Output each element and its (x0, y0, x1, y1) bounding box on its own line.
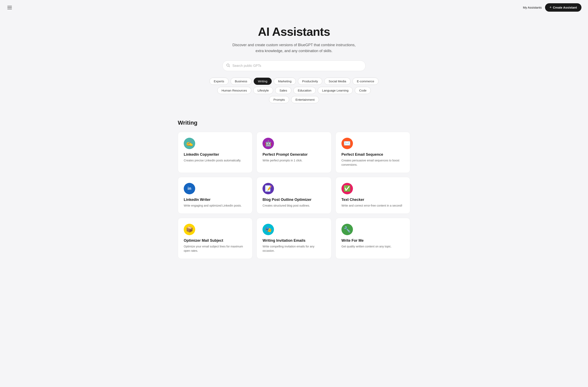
hero-section: AI Assistants Discover and create custom… (0, 15, 588, 119)
category-pill-education[interactable]: Education (294, 87, 316, 94)
card-perfect-email-sequence[interactable]: ✉️Perfect Email SequenceCreates persuasi… (336, 132, 410, 173)
svg-line-1 (229, 66, 230, 67)
card-title-text-checker: Text Checker (341, 198, 404, 202)
navbar-right: My Assistants + Create Assistant (523, 3, 582, 12)
card-icon-writing-invitation-emails: 🎭 (262, 224, 274, 235)
card-writing-invitation-emails[interactable]: 🎭Writing Invitation EmailsWrite compelli… (256, 218, 331, 259)
create-assistant-label: Create Assistant (553, 6, 577, 9)
category-pill-entertainment[interactable]: Entertainment (291, 96, 319, 103)
card-linkedin-copywriter[interactable]: ✍️LinkedIn CopywriterCreates precise Lin… (178, 132, 252, 173)
card-icon-perfect-email-sequence: ✉️ (341, 138, 353, 149)
categories-container: ExpertsBusinessWritingMarketingProductiv… (202, 78, 386, 103)
menu-icon[interactable] (6, 5, 13, 10)
category-pill-experts[interactable]: Experts (210, 78, 229, 85)
card-write-for-me[interactable]: 🔧Write For MeGet quality written content… (336, 218, 410, 259)
card-icon-text-checker: ✅ (341, 183, 353, 194)
hero-subtitle: Discover and create custom versions of B… (231, 42, 357, 54)
card-icon-blog-post-outline-optimizer: 📝 (262, 183, 274, 194)
card-optimizer-mail-subject[interactable]: 📦Optimizer Mail SubjectOptimize your ema… (178, 218, 252, 259)
card-perfect-prompt-generator[interactable]: 🤖Perfect Prompt GeneratorWrite perfect p… (256, 132, 331, 173)
card-title-linkedin-writer: LinkedIn Writer (184, 198, 247, 202)
card-desc-perfect-email-sequence: Creates persuasive email sequences to bo… (341, 158, 404, 167)
category-pill-language-learning[interactable]: Language Learning (318, 87, 353, 94)
category-pill-lifestyle[interactable]: Lifestyle (253, 87, 273, 94)
category-pill-social-media[interactable]: Social Media (324, 78, 351, 85)
card-desc-linkedin-writer: Write engaging and optimized LinkedIn po… (184, 204, 247, 208)
card-title-perfect-prompt-generator: Perfect Prompt Generator (262, 153, 325, 157)
card-title-perfect-email-sequence: Perfect Email Sequence (341, 153, 404, 157)
card-icon-linkedin-writer: in (184, 183, 195, 194)
category-pill-e-commerce[interactable]: E-commerce (353, 78, 378, 85)
card-linkedin-writer[interactable]: inLinkedIn WriterWrite engaging and opti… (178, 177, 252, 214)
search-input[interactable] (222, 60, 366, 71)
category-pill-prompts[interactable]: Prompts (269, 96, 289, 103)
card-desc-write-for-me: Get quality written content on any topic… (341, 244, 404, 249)
card-desc-text-checker: Write and correct error-free content in … (341, 204, 404, 208)
category-pill-code[interactable]: Code (355, 87, 371, 94)
card-blog-post-outline-optimizer[interactable]: 📝Blog Post Outline OptimizerCreates stru… (256, 177, 331, 214)
card-title-write-for-me: Write For Me (341, 238, 404, 243)
card-icon-linkedin-copywriter: ✍️ (184, 138, 195, 149)
category-pill-sales[interactable]: Sales (275, 87, 292, 94)
category-pill-human-resources[interactable]: Human Resources (217, 87, 251, 94)
card-desc-optimizer-mail-subject: Optimize your email subject lines for ma… (184, 244, 247, 253)
card-title-writing-invitation-emails: Writing Invitation Emails (262, 238, 325, 243)
page-title: AI Assistants (6, 25, 582, 39)
create-assistant-button[interactable]: + Create Assistant (545, 3, 582, 12)
navbar-left (6, 5, 13, 10)
card-icon-write-for-me: 🔧 (341, 224, 353, 235)
card-desc-writing-invitation-emails: Write compelling invitation emails for a… (262, 244, 325, 253)
category-pill-business[interactable]: Business (231, 78, 252, 85)
card-icon-perfect-prompt-generator: 🤖 (262, 138, 274, 149)
category-pill-writing[interactable]: Writing (254, 78, 272, 85)
card-title-optimizer-mail-subject: Optimizer Mail Subject (184, 238, 247, 243)
card-title-blog-post-outline-optimizer: Blog Post Outline Optimizer (262, 198, 325, 202)
card-title-linkedin-copywriter: LinkedIn Copywriter (184, 153, 247, 157)
card-desc-blog-post-outline-optimizer: Creates structured blog post outlines. (262, 204, 325, 208)
card-desc-linkedin-copywriter: Creates precise LinkedIn posts automatic… (184, 158, 247, 163)
section-title: Writing (178, 119, 410, 126)
card-icon-optimizer-mail-subject: 📦 (184, 224, 195, 235)
category-pill-marketing[interactable]: Marketing (274, 78, 296, 85)
cards-grid: ✍️LinkedIn CopywriterCreates precise Lin… (178, 132, 410, 259)
search-icon (226, 63, 230, 68)
plus-icon: + (549, 5, 552, 10)
category-pill-productivity[interactable]: Productivity (298, 78, 322, 85)
main-content: Writing ✍️LinkedIn CopywriterCreates pre… (171, 119, 417, 272)
navbar: My Assistants + Create Assistant (0, 0, 588, 15)
card-text-checker[interactable]: ✅Text CheckerWrite and correct error-fre… (336, 177, 410, 214)
card-desc-perfect-prompt-generator: Write perfect prompts in 1 click. (262, 158, 325, 163)
search-wrapper (222, 60, 366, 71)
my-assistants-link[interactable]: My Assistants (523, 6, 542, 9)
